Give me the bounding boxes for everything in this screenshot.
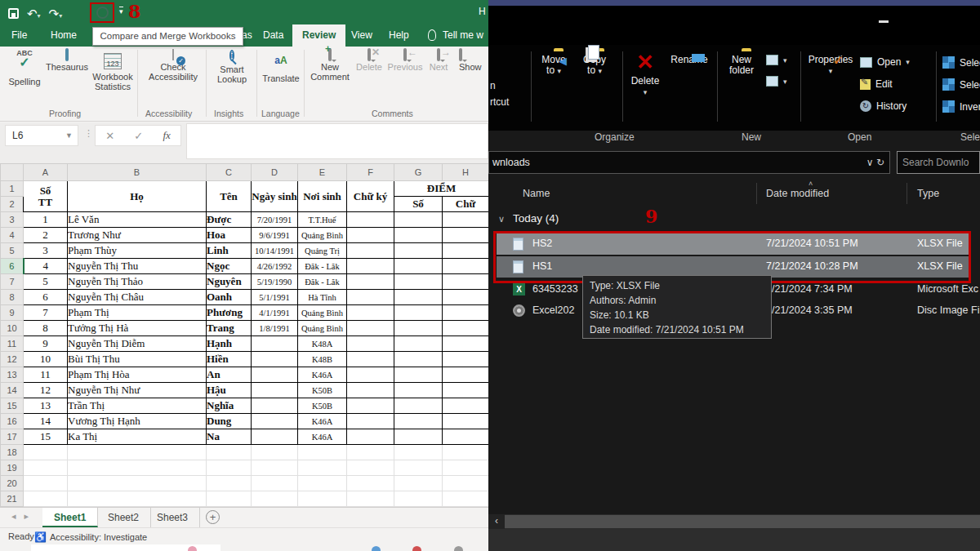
grid-cell[interactable] [347,321,394,336]
grid-cell[interactable]: 8 [24,321,68,336]
grid-cell[interactable]: Nguyễn Thị Như [68,383,207,398]
grid-cell[interactable]: Bùi Thị Thu [68,352,207,367]
grid-cell[interactable] [68,476,207,491]
grid-cell[interactable] [347,383,394,398]
column-header-G[interactable]: G [394,164,443,181]
grid-cell[interactable] [68,491,207,507]
grid-cell[interactable] [443,243,489,259]
column-header-A[interactable]: A [24,164,68,181]
grid-cell[interactable] [443,228,489,243]
grid-cell[interactable]: Linh [207,243,252,259]
grid-cell[interactable] [394,290,443,305]
grid-cell[interactable]: Đăk - Lăk [298,274,347,290]
grid-cell[interactable] [252,445,298,460]
grid-cell[interactable] [394,352,443,367]
row-header-17[interactable]: 17 [1,429,24,445]
grid-cell[interactable] [347,352,394,367]
grid-cell[interactable] [443,352,489,367]
insert-function-icon[interactable]: fx [163,129,170,142]
row-header-21[interactable]: 21 [1,491,24,507]
grid-cell[interactable]: K50B [298,383,347,398]
grid-cell[interactable]: Hoa [207,228,252,243]
grid-cell[interactable] [207,460,252,476]
row-header-7[interactable]: 7 [1,274,24,290]
grid-cell[interactable] [252,336,298,352]
grid-cell[interactable] [24,491,68,507]
grid-cell[interactable]: 7 [24,305,68,321]
header-stt[interactable]: Số TT [24,181,68,212]
grid-cell[interactable]: 6 [24,290,68,305]
grid-cell[interactable]: 10 [24,352,68,367]
minimize-icon[interactable] [879,20,889,23]
header-diem[interactable]: ĐIỂM [394,181,489,197]
grid-cell[interactable] [252,352,298,367]
grid-cell[interactable] [443,476,489,491]
grid-cell[interactable] [394,305,443,321]
row-header-8[interactable]: 8 [1,290,24,305]
grid-cell[interactable] [298,460,347,476]
address-chevron-icon[interactable]: ∨ [866,157,874,168]
grid-cell[interactable]: Nguyễn Thị Thảo [68,274,207,290]
customize-qat-icon[interactable]: ▾ [119,7,123,16]
grid-cell[interactable]: 15 [24,429,68,445]
grid-cell[interactable]: 3 [24,243,68,259]
grid-cell[interactable]: Trần Thị [68,398,207,414]
grid-cell[interactable]: K46A [298,429,347,445]
select-none-button[interactable]: Select none [942,78,980,91]
row-header-9[interactable]: 9 [1,305,24,321]
grid-cell[interactable]: K48B [298,352,347,367]
grid-cell[interactable]: Hậu [207,383,252,398]
row-header-16[interactable]: 16 [1,414,24,429]
grid-cell[interactable] [347,212,394,228]
grid-cell[interactable] [443,212,489,228]
row-header-10[interactable]: 10 [1,321,24,336]
grid-cell[interactable] [394,243,443,259]
grid-cell[interactable]: Nghĩa [207,398,252,414]
grid-cell[interactable]: 5/1/1991 [252,290,298,305]
grid-cell[interactable] [443,305,489,321]
grid-cell[interactable]: Trương Như [68,228,207,243]
spelling-button[interactable]: ABC✓ Spelling [5,50,44,87]
tab-view[interactable]: View [351,24,372,47]
grid-cell[interactable] [347,259,394,274]
grid-cell[interactable]: 5/19/1990 [252,274,298,290]
grid-cell[interactable]: 4/1/1991 [252,305,298,321]
grid-cell[interactable]: 10/14/1991 [252,243,298,259]
grid-cell[interactable] [298,491,347,507]
formula-input[interactable] [186,123,488,159]
thesaurus-button[interactable]: Thesaurus [44,50,90,72]
grid-cell[interactable] [394,398,443,414]
grid-cell[interactable]: 12 [24,383,68,398]
grid-cell[interactable] [298,445,347,460]
grid-cell[interactable]: Nguyễn Thị Thu [68,259,207,274]
grid-cell[interactable] [394,460,443,476]
grid-cell[interactable]: Quảng Bình [298,305,347,321]
grid-cell[interactable]: Ngọc [207,259,252,274]
grid-cell[interactable] [252,491,298,507]
tab-help[interactable]: Help [389,24,409,47]
grid-cell[interactable]: Oanh [207,290,252,305]
grid-cell[interactable] [207,445,252,460]
grid-cell[interactable] [443,460,489,476]
grid-cell[interactable]: 14 [24,414,68,429]
header-ho[interactable]: Họ [68,181,207,212]
grid-cell[interactable] [443,367,489,383]
grid-cell[interactable]: Lê Văn [68,212,207,228]
grid-cell[interactable] [347,491,394,507]
tab-data[interactable]: Data [263,24,283,47]
tell-me-search[interactable]: Tell me w [443,24,483,47]
sheet-nav-arrows[interactable]: ◂▸ [11,511,37,522]
edit-button[interactable]: Edit [860,78,893,90]
grid-cell[interactable] [252,460,298,476]
grid-cell[interactable] [252,383,298,398]
grid-cell[interactable] [347,243,394,259]
row-header-19[interactable]: 19 [1,460,24,476]
status-accessibility[interactable]: ♿Accessibility: Investigate [34,531,147,543]
copy-to-button[interactable]: Copy to ▾ [575,51,614,77]
grid-cell[interactable]: 9 [24,336,68,352]
grid-cell[interactable] [68,445,207,460]
grid-cell[interactable]: Hạnh [207,336,252,352]
grid-cell[interactable] [347,445,394,460]
grid-cell[interactable] [443,336,489,352]
column-header-H[interactable]: H [443,164,489,181]
